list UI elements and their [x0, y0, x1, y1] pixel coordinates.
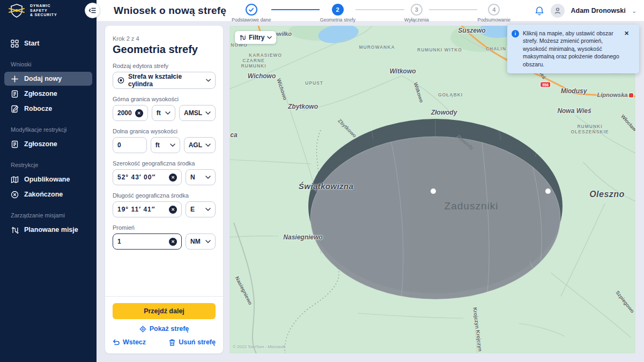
longitude-input[interactable]: 19° 11′ 41″ ✕ [113, 201, 182, 217]
map-icon [11, 176, 19, 184]
stepper-connector [271, 9, 320, 10]
route-icon [11, 226, 19, 234]
chevron-down-icon [205, 144, 211, 147]
filter-route-icon [239, 34, 246, 41]
radius-label: Promień [113, 224, 216, 231]
radius-input[interactable]: 1 ✕ [113, 233, 182, 250]
chevron-down-icon [267, 36, 272, 39]
filters-label: Filtry [249, 34, 264, 41]
lower-altitude-value: 0 [117, 141, 121, 149]
editor-type-select[interactable]: Strefa w kształcie cylindra [113, 72, 216, 89]
crosshair-icon [139, 326, 146, 333]
step-podstawowe-dane[interactable]: Podstawowe dane [232, 4, 271, 22]
sidebar-toggle-button[interactable] [85, 3, 100, 18]
radius-unit-select[interactable]: NM [186, 233, 216, 250]
delete-zone-link[interactable]: Usuń strefę [169, 338, 216, 346]
chevron-down-icon[interactable]: ⌄ [632, 8, 636, 14]
longitude-hemisphere-select[interactable]: E [186, 201, 216, 217]
step-label: Podsumowanie [477, 17, 510, 22]
chevron-down-icon [205, 111, 211, 115]
close-icon[interactable]: ✕ [624, 31, 629, 68]
step-number: 4 [488, 4, 500, 16]
upper-altitude-value: 2000 [117, 109, 132, 117]
back-link[interactable]: Wstecz [113, 338, 146, 346]
x-circle-icon [11, 191, 19, 199]
next-button[interactable]: Przejdź dalej [113, 303, 216, 319]
zone-form-card: Krok 2 z 4 Geometria strefy Rodzaj edyto… [105, 26, 223, 353]
info-icon: i [512, 30, 519, 37]
latitude-hemisphere-select[interactable]: N [186, 169, 216, 185]
show-zone-label: Pokaż strefę [150, 325, 189, 333]
delete-zone-label: Usuń strefę [179, 338, 216, 346]
upper-altitude-input[interactable]: 2000 ✕ [113, 105, 148, 121]
sidebar: DYNAMIC SAFETY & SECURITY Start Wnioski … [0, 0, 97, 362]
lower-unit-select[interactable]: ft [151, 137, 180, 153]
clear-icon[interactable]: ✕ [169, 206, 177, 214]
sidebar-item-planowane-misje[interactable]: Planowane misje [4, 223, 92, 237]
step-wylaczenia[interactable]: 3 Wyłączenia [404, 4, 429, 22]
document-icon [11, 90, 19, 98]
stepper-connector [356, 9, 404, 10]
wizard-stepper: Podstawowe dane 2 Geometria strefy 3 Wył… [232, 4, 510, 22]
header-right: Adam Dronowski ⌄ [535, 0, 637, 21]
chevron-down-icon [205, 176, 211, 179]
filters-button[interactable]: Filtry [235, 31, 276, 44]
zone-radius-handle[interactable] [545, 188, 551, 194]
latitude-label: Szerokość geograficzna środka [113, 160, 216, 167]
brand-name: DYNAMIC SAFETY & SECURITY [30, 4, 57, 18]
longitude-value: 19° 11′ 41″ [117, 206, 155, 213]
chevron-down-icon [206, 79, 211, 82]
step-number: 2 [332, 4, 344, 16]
stepper-connector [429, 9, 478, 10]
sidebar-item-zakonczone[interactable]: Zakończone [4, 187, 92, 201]
tooltip-text: Kliknij na mapie, aby ustawić obszar str… [523, 29, 620, 68]
user-name[interactable]: Adam Dronowski [571, 7, 626, 14]
map-base-layer [230, 26, 635, 353]
clear-icon[interactable]: ✕ [169, 238, 177, 246]
document-icon [11, 140, 19, 148]
radius-value: 1 [117, 238, 121, 245]
latitude-input[interactable]: 52° 43′ 00″ ✕ [113, 169, 182, 185]
plus-icon [11, 75, 19, 83]
lower-altitude-input[interactable]: 0 [113, 137, 147, 153]
sidebar-item-zgloszone-modyfikacje[interactable]: Zgłoszone [4, 137, 92, 151]
lower-ref-select[interactable]: AGL [184, 137, 216, 153]
sidebar-item-label: Zgłoszone [24, 90, 57, 97]
avatar[interactable] [551, 4, 565, 18]
sidebar-nav: Start Wnioski Dodaj nowy Zgłoszone Roboc… [0, 21, 97, 237]
sidebar-section-restrykcje: Restrykcje [11, 162, 97, 168]
zone-cylinder[interactable] [308, 119, 562, 304]
upper-limit-label: Górna granica wysokości [113, 96, 216, 102]
bell-icon[interactable] [535, 6, 544, 16]
editor-type-value: Strefa w kształcie cylindra [128, 73, 203, 88]
chevron-down-icon [205, 208, 211, 211]
clear-icon[interactable]: ✕ [135, 109, 143, 117]
step-label: Wyłączenia [404, 17, 429, 22]
clear-icon[interactable]: ✕ [169, 174, 177, 182]
sidebar-item-label: Robocze [24, 105, 52, 112]
upper-ref-select[interactable]: AMSL [179, 105, 216, 121]
sidebar-section-modyfikacje: Modyfikacje restrykcji [11, 126, 97, 133]
sidebar-item-zgloszone-wnioski[interactable]: Zgłoszone [4, 87, 92, 101]
form-footer: Przejdź dalej Pokaż strefę Wstecz Usuń s… [105, 296, 223, 353]
sidebar-item-robocze[interactable]: Robocze [4, 102, 92, 116]
map-canvas[interactable]: trowiłkoNOWOKARASIEWOCZARNE RUMUNKIWicho… [230, 26, 635, 353]
sidebar-item-dodaj-nowy[interactable]: Dodaj nowy [4, 72, 92, 86]
page-title: Wniosek o nową strefę [114, 5, 226, 17]
road-shield [629, 93, 633, 97]
show-zone-link[interactable]: Pokaż strefę [113, 325, 216, 333]
sidebar-item-opublikowane[interactable]: Opublikowane [4, 172, 92, 186]
back-label: Wstecz [123, 338, 146, 346]
step-podsumowanie[interactable]: 4 Podsumowanie [477, 4, 510, 22]
sidebar-item-start[interactable]: Start [4, 36, 92, 50]
sidebar-item-label: Zgłoszone [24, 140, 57, 148]
header: Wniosek o nową strefę Podstawowe dane 2 … [97, 0, 644, 21]
zone-center-handle[interactable] [431, 188, 436, 194]
check-icon [248, 7, 254, 13]
nasiegniewo-road [234, 223, 256, 353]
step-label: Podstawowe dane [232, 17, 271, 22]
editor-type-label: Rodzaj edytora strefy [113, 63, 216, 69]
upper-unit-select[interactable]: ft [152, 105, 175, 121]
step-geometria-strefy[interactable]: 2 Geometria strefy [320, 4, 356, 22]
longitude-label: Długość geograficzna środka [113, 192, 216, 199]
